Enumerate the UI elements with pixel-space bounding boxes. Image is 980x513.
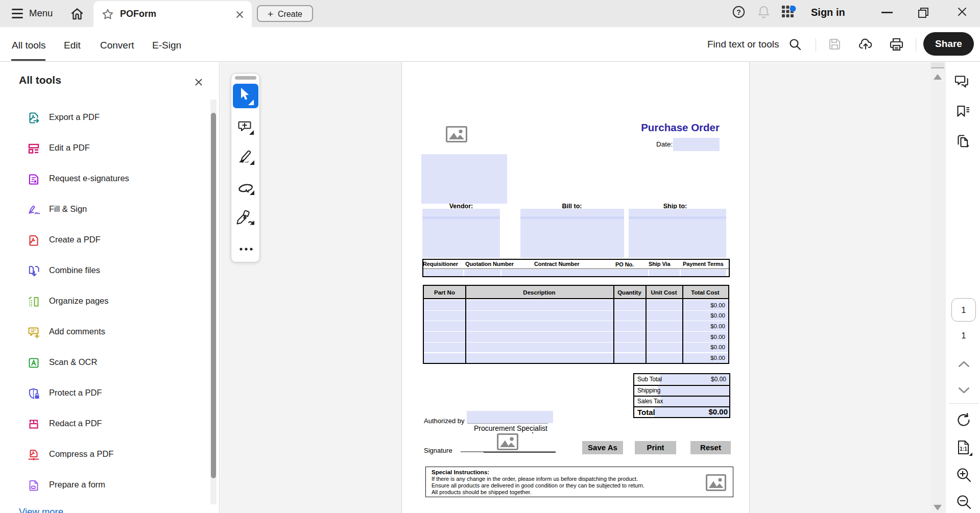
svg-text:1:1: 1:1 <box>960 446 967 452</box>
svg-text:?: ? <box>736 8 741 16</box>
